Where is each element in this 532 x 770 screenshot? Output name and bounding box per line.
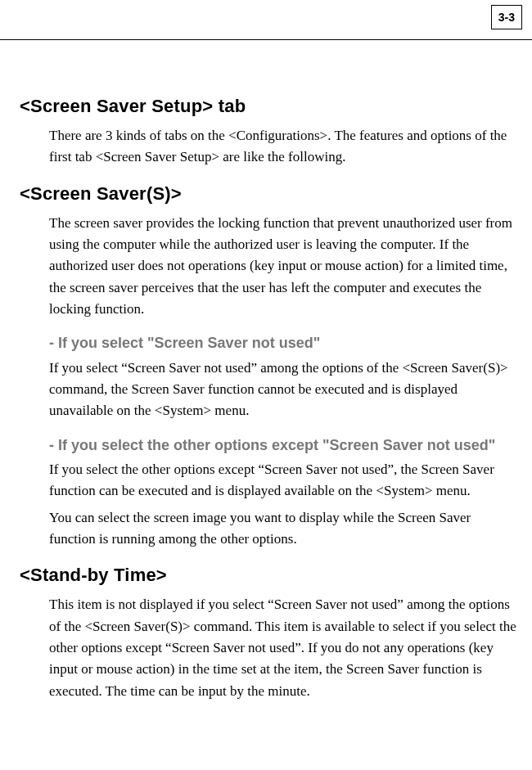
document-body: <Screen Saver Setup> tab There are 3 kin… (0, 40, 532, 730)
para-other-options-b: You can select the screen image you want… (49, 507, 517, 551)
para-standby-time: This item is not displayed if you select… (49, 594, 517, 702)
page-number: 3-3 (498, 11, 515, 24)
page-number-box: 3-3 (491, 5, 522, 29)
subheading-not-used: - If you select "Screen Saver not used" (49, 333, 517, 353)
heading-standby-time: <Stand-by Time> (20, 565, 517, 586)
subheading-other-options: - If you select the other options except… (49, 435, 517, 456)
heading-screen-saver-s: <Screen Saver(S)> (20, 183, 517, 205)
para-other-options-a: If you select the other options except “… (49, 459, 517, 502)
para-not-used: If you select “Screen Saver not used” am… (49, 358, 517, 422)
para-screen-saver-setup: There are 3 kinds of tabs on the <Config… (49, 125, 517, 169)
para-screen-saver-s: The screen saver provides the locking fu… (49, 213, 517, 321)
heading-screen-saver-setup: <Screen Saver Setup> tab (20, 96, 517, 117)
